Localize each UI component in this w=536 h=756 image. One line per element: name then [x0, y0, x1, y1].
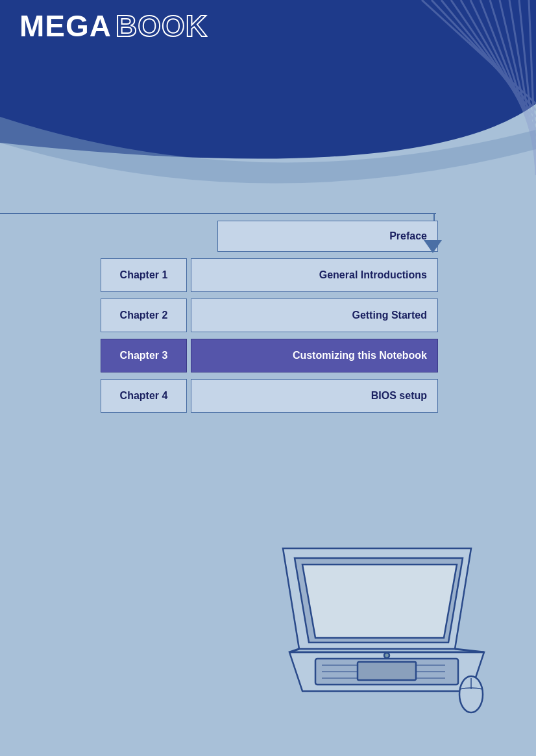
chapter-2-number: Chapter 2	[120, 310, 168, 321]
preface-box[interactable]: Preface	[217, 221, 438, 252]
chapter-3-label-box[interactable]: Chapter 3	[101, 339, 187, 372]
chapter-1-label-box[interactable]: Chapter 1	[101, 258, 187, 292]
chapter-4-number: Chapter 4	[120, 390, 168, 402]
chapter-2-title: Getting Started	[352, 310, 427, 321]
h-rule	[0, 213, 436, 214]
chapter-1-row[interactable]: Chapter 1 General Introductions	[101, 258, 438, 292]
preface-label: Preface	[389, 230, 427, 242]
preface-row: Preface	[189, 221, 438, 252]
chapter-3-row[interactable]: Chapter 3 Customizing this Notebook	[101, 339, 438, 372]
chapter-4-title-box[interactable]: BIOS setup	[191, 379, 438, 413]
chapter-1-title-box[interactable]: General Introductions	[191, 258, 438, 292]
svg-text:MEGA: MEGA	[19, 9, 112, 42]
laptop-svg	[270, 522, 504, 717]
chapter-4-title: BIOS setup	[371, 390, 427, 402]
chapter-2-label-box[interactable]: Chapter 2	[101, 299, 187, 332]
svg-rect-20	[358, 662, 416, 680]
chapter-3-number: Chapter 3	[120, 350, 168, 361]
svg-text:BOOK: BOOK	[116, 9, 208, 42]
logo-area: MEGA BOOK	[19, 6, 208, 45]
logo-svg: MEGA BOOK	[19, 6, 208, 42]
chapter-2-row[interactable]: Chapter 2 Getting Started	[101, 299, 438, 332]
laptop-illustration	[270, 522, 504, 717]
chapter-2-title-box[interactable]: Getting Started	[191, 299, 438, 332]
chapter-1-title: General Introductions	[319, 269, 427, 281]
arrow-down-icon	[424, 240, 442, 253]
svg-point-21	[384, 653, 389, 658]
chapter-3-title-box[interactable]: Customizing this Notebook	[191, 339, 438, 372]
chapter-4-label-box[interactable]: Chapter 4	[101, 379, 187, 413]
chapter-1-number: Chapter 1	[120, 269, 168, 281]
chapter-4-row[interactable]: Chapter 4 BIOS setup	[101, 379, 438, 413]
chapter-3-title: Customizing this Notebook	[293, 350, 427, 361]
chapters-container: Preface Chapter 1 General Introductions …	[101, 221, 438, 419]
